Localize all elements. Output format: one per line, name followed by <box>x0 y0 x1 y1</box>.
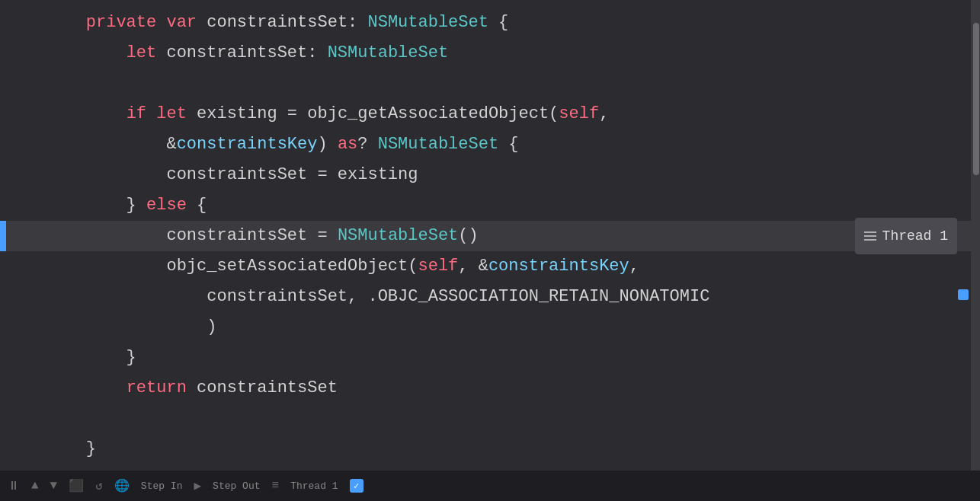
code-text: constraintsSet = existing <box>46 160 418 190</box>
code-text: { <box>498 129 518 160</box>
checkbox[interactable]: ✓ <box>350 479 363 493</box>
code-line-12: } <box>0 343 980 373</box>
ref-constraintskey: constraintsKey <box>488 251 629 282</box>
code-line-13: return constraintsSet <box>0 373 980 404</box>
code-line-5: &constraintsKey) as? NSMutableSet { <box>0 129 980 160</box>
code-line-2: let constraintsSet: NSMutableSet <box>0 38 980 69</box>
code-text: } <box>46 343 136 373</box>
code-line-1: private var constraintsSet: NSMutableSet… <box>0 8 980 38</box>
code-line-9: objc_setAssociatedObject(self, &constrai… <box>0 251 980 282</box>
code-text: constraintsSet = <box>46 221 338 251</box>
code-text: , <box>629 251 639 282</box>
code-line-4: if let existing = objc_getAssociatedObje… <box>0 99 980 129</box>
keyword-else: else <box>146 190 187 221</box>
code-text: () <box>458 221 478 251</box>
type-nsmutableset: NSMutableSet <box>338 221 458 251</box>
step-over-label: Step Out <box>213 480 260 492</box>
thread-label: Thread 1 <box>290 480 338 492</box>
up-icon[interactable]: ▲ <box>31 479 39 493</box>
code-line-7: } else { <box>0 190 980 221</box>
code-area: private var constraintsSet: NSMutableSet… <box>0 0 980 472</box>
code-line-6: constraintsSet = existing <box>0 160 980 190</box>
step-icon[interactable]: ▶ <box>194 478 201 493</box>
code-line-14 <box>0 404 980 434</box>
keyword-as: as <box>338 129 357 160</box>
code-line-3 <box>0 69 980 99</box>
keyword-private: private <box>46 8 166 38</box>
code-text: constraintsSet, .OBJC_ASSOCIATION_RETAIN… <box>46 282 709 312</box>
ref-constraintskey: constraintsKey <box>177 129 318 160</box>
code-text: { <box>187 190 207 221</box>
code-indent <box>46 99 127 129</box>
code-line-11: ) <box>0 312 980 343</box>
code-line-10: constraintsSet, .OBJC_ASSOCIATION_RETAIN… <box>0 282 980 312</box>
type-nsmutableset: NSMutableSet <box>328 38 448 69</box>
reset-icon[interactable]: ↺ <box>95 478 103 493</box>
right-side-indicators <box>958 289 969 300</box>
pause-icon[interactable]: ⏸ <box>8 479 20 493</box>
keyword-self: self <box>559 99 599 129</box>
step-label: Step In <box>141 480 183 492</box>
right-indicator <box>958 289 969 300</box>
keyword-self: self <box>418 251 458 282</box>
type-nsmutableset: NSMutableSet <box>378 129 498 160</box>
code-text: ) <box>317 129 337 160</box>
line-indicator <box>0 221 6 251</box>
code-text: , <box>599 99 609 129</box>
code-text: ? <box>357 129 377 160</box>
code-editor: private var constraintsSet: NSMutableSet… <box>0 0 980 501</box>
code-text: constraintsSet: <box>166 38 327 69</box>
code-text: constraintsSet <box>197 373 338 404</box>
thread-label: Thread 1 <box>882 221 948 251</box>
code-text: } <box>46 190 146 221</box>
code-text: ) <box>46 312 216 343</box>
code-text: constraintsSet: <box>207 8 367 38</box>
stop-icon[interactable]: ⬛ <box>69 478 84 493</box>
scrollbar-thumb[interactable] <box>973 23 979 175</box>
keyword-let: let <box>156 99 197 129</box>
code-text: } <box>46 434 96 464</box>
bottom-bar: ⏸ ▲ ▼ ⬛ ↺ 🌐 Step In ▶ Step Out ≡ Thread … <box>0 471 980 501</box>
code-line-8: constraintsSet = NSMutableSet() Thread 1 <box>0 221 980 251</box>
globe-icon[interactable]: 🌐 <box>114 478 130 493</box>
code-indent: & <box>46 129 177 160</box>
code-text: , & <box>458 251 488 282</box>
menu-icon[interactable]: ≡ <box>272 479 280 493</box>
thread-badge: Thread 1 <box>855 218 957 254</box>
menu-icon <box>864 231 876 241</box>
keyword-if: if <box>127 99 157 129</box>
code-indent <box>46 38 127 69</box>
code-text: { <box>488 8 508 38</box>
keyword-var: var <box>166 8 207 38</box>
keyword-let: let <box>127 38 167 69</box>
keyword-return: return <box>127 373 197 404</box>
type-nsmutableset: NSMutableSet <box>367 8 488 38</box>
code-text: existing = objc_getAssociatedObject( <box>197 99 559 129</box>
code-line-15: } <box>0 434 980 464</box>
code-text: objc_setAssociatedObject( <box>46 251 418 282</box>
down-icon[interactable]: ▼ <box>50 479 58 493</box>
scrollbar[interactable] <box>971 0 980 501</box>
code-indent <box>46 373 127 404</box>
